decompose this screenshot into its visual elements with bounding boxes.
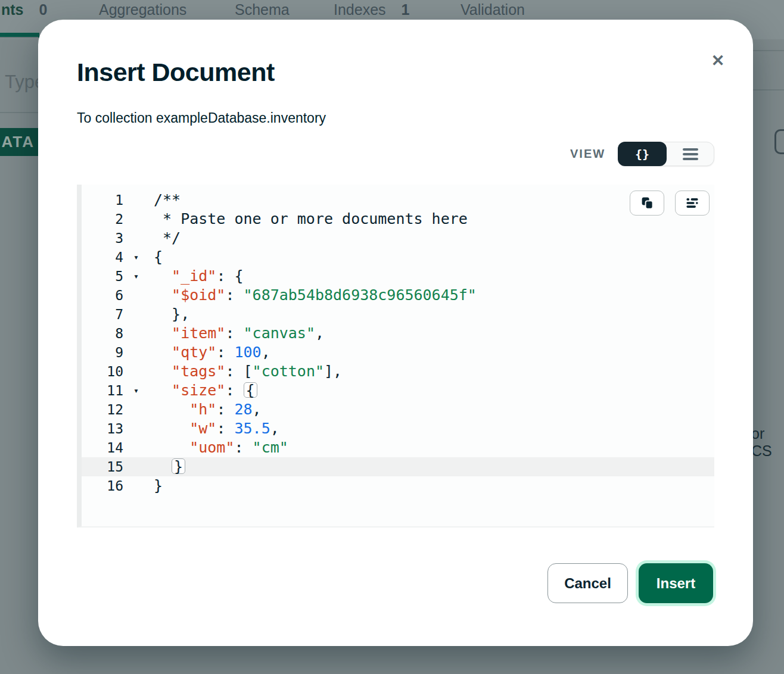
code-text: "_id": { [154,267,244,286]
import-text-fragment: or CS [751,425,784,460]
screen: nts0AggregationsSchemaIndexes1Validation… [0,0,784,674]
modal-subtitle: To collection exampleDatabase.inventory [77,110,326,126]
format-button[interactable] [675,191,710,216]
tab-aggregations[interactable]: Aggregations [99,1,186,18]
fold-gutter [123,343,149,362]
tab-indexes[interactable]: Indexes1 [334,1,409,18]
code-line[interactable]: 10 "tags": ["cotton"], [82,362,714,381]
line-number: 11 [82,381,123,400]
code-line[interactable]: 4▾{ [82,248,714,267]
cancel-button[interactable]: Cancel [547,563,628,603]
code-line[interactable]: 2 * Paste one or more documents here [82,210,714,229]
close-icon[interactable]: ✕ [704,47,732,74]
line-number: 13 [82,419,123,438]
line-number: 15 [82,457,123,476]
fold-gutter [123,229,149,248]
fold-arrow-icon[interactable]: ▾ [123,381,149,400]
fold-gutter [123,210,149,229]
json-view-toggle[interactable]: {} [618,142,667,166]
tab-count: 1 [402,1,410,18]
line-number: 8 [82,324,123,343]
line-number: 1 [82,191,123,210]
background-divider [0,112,38,113]
line-number: 6 [82,286,123,305]
document-json-editor[interactable]: 1/**2 * Paste one or more documents here… [77,185,714,528]
code-text: } [154,476,163,495]
code-line[interactable]: 3 */ [82,229,714,248]
tab-bar-border [0,37,38,38]
fold-gutter [123,286,149,305]
copy-icon [640,196,654,210]
code-text: * Paste one or more documents here [154,210,468,229]
insert-button[interactable]: Insert [639,563,713,603]
braces-icon: {} [635,147,649,161]
copy-button[interactable] [630,191,664,216]
code-text: "w": 35.5, [154,419,279,438]
code-text: */ [154,229,181,248]
fold-gutter [123,362,149,381]
fold-gutter [123,305,149,324]
code-text: } [154,457,185,476]
code-text: "item": "canvas", [154,324,324,343]
fold-gutter [123,419,149,438]
tab-validation[interactable]: Validation [461,1,525,18]
line-number: 9 [82,343,123,362]
fold-gutter [123,438,149,457]
tab-schema[interactable]: Schema [235,1,290,18]
list-view-toggle[interactable] [667,142,714,166]
format-icon [685,196,699,210]
background-partial-button [774,129,784,154]
code-line[interactable]: 5▾ "_id": { [82,267,714,286]
code-line[interactable]: 13 "w": 35.5, [82,419,714,438]
fold-gutter [123,191,149,210]
line-number: 12 [82,400,123,419]
view-toggle: {} [618,142,714,166]
fold-arrow-icon[interactable]: ▾ [123,248,149,267]
code-text: "size": { [154,381,257,400]
code-line[interactable]: 7 }, [82,305,714,324]
code-line[interactable]: 15 } [82,457,714,476]
line-number: 14 [82,438,123,457]
add-data-button-fragment[interactable]: ATA [0,128,38,156]
fold-gutter [123,476,149,495]
line-number: 4 [82,248,123,267]
line-number: 10 [82,362,123,381]
tab-label: Validation [461,1,525,18]
insert-document-modal: ✕ Insert Document To collection exampleD… [38,20,753,646]
tab-label: nts [1,1,24,18]
view-label: VIEW [570,147,605,161]
code-text: "tags": ["cotton"], [154,362,342,381]
line-number: 7 [82,305,123,324]
fold-arrow-icon[interactable]: ▾ [123,267,149,286]
code-line[interactable]: 8 "item": "canvas", [82,324,714,343]
code-line[interactable]: 9 "qty": 100, [82,343,714,362]
code-text: "$oid": "687ab54b8d6938c96560645f" [154,286,477,305]
line-number: 2 [82,210,123,229]
tab-nts[interactable]: nts0 [1,1,47,18]
code-text: { [154,248,163,267]
tab-label: Indexes [334,1,386,18]
code-line[interactable]: 16} [82,476,714,495]
background-divider [753,89,784,91]
fold-gutter [123,457,149,476]
code-line[interactable]: 12 "h": 28, [82,400,714,419]
fold-gutter [123,324,149,343]
line-number: 3 [82,229,123,248]
code-text: }, [154,305,189,324]
code-text: "qty": 100, [154,343,270,362]
tab-label: Schema [235,1,290,18]
code-line[interactable]: 6 "$oid": "687ab54b8d6938c96560645f" [82,286,714,305]
code-line[interactable]: 1/** [82,191,714,210]
code-line[interactable]: 11▾ "size": { [82,381,714,400]
line-number: 16 [82,476,123,495]
code-line[interactable]: 14 "uom": "cm" [82,438,714,457]
code-lines: 1/**2 * Paste one or more documents here… [82,185,714,495]
fold-gutter [123,400,149,419]
line-number: 5 [82,267,123,286]
tab-count: 0 [39,1,48,18]
tab-label: Aggregations [99,1,186,18]
list-icon [683,148,698,151]
code-text: "uom": "cm" [154,438,288,457]
background-divider [753,50,784,51]
code-text: /** [154,191,181,210]
